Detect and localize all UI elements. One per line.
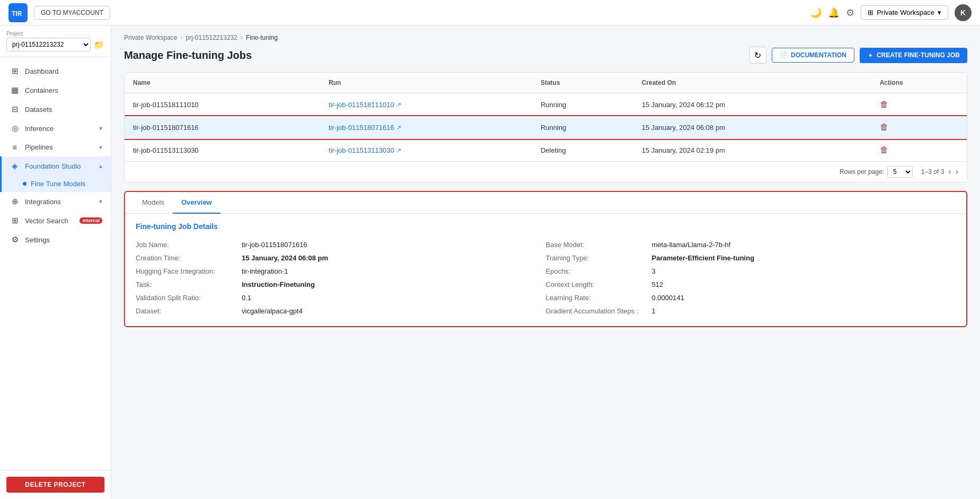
sidebar-item-datasets[interactable]: ⊟ Datasets — [0, 100, 111, 119]
detail-tabs: Models Overview — [125, 192, 966, 214]
sidebar-item-dashboard[interactable]: ⊞ Dashboard — [0, 62, 111, 81]
cell-run-2: tir-job-011513113030 ↗ — [320, 139, 532, 162]
sidebar-label-foundation-studio: Foundation Studio — [25, 162, 94, 170]
cell-name-1: tir-job-011518071616 — [125, 116, 320, 139]
detail-row-right-1: Training Type: Parameter-Efficient Fine-… — [546, 251, 956, 265]
detail-label-right-2: Epochs: — [546, 267, 652, 275]
detail-label-right-3: Context Length: — [546, 281, 652, 288]
detail-label-left-5: Dataset: — [136, 307, 242, 315]
sidebar-item-inference[interactable]: ◎ Inference ▾ — [0, 119, 111, 138]
detail-row-right-5: Gradient Accumulation Steps : 1 — [546, 304, 956, 318]
tab-overview[interactable]: Overview — [173, 192, 220, 214]
prev-page-button[interactable]: ‹ — [948, 167, 951, 177]
folder-icon[interactable]: 📁 — [94, 40, 104, 50]
tir-logo-icon: TIR — [8, 3, 28, 22]
delete-row-button-2[interactable]: 🗑 — [880, 145, 888, 154]
detail-value-right-0: meta-llama/Llama-2-7b-hf — [652, 241, 731, 249]
documentation-button[interactable]: 📄 DOCUMENTATION — [772, 48, 854, 63]
sidebar: Project prj-011512213232 📁 ⊞ Dashboard ▦… — [0, 25, 111, 499]
detail-label-left-1: Creation Time: — [136, 254, 242, 262]
cell-status-1: Running — [532, 116, 633, 139]
breadcrumb-current: Fine-tuning — [246, 34, 278, 41]
detail-label-right-4: Learning Rate: — [546, 294, 652, 302]
go-to-myaccount-button[interactable]: GO TO MYACCOUNT — [34, 6, 110, 20]
sidebar-label-datasets: Datasets — [25, 106, 102, 113]
integrations-icon: ⊕ — [10, 197, 20, 206]
col-actions: Actions — [871, 73, 967, 93]
create-fine-tuning-button[interactable]: ＋ CREATE FINE-TUNING JOB — [860, 48, 967, 63]
breadcrumb-sep-2: › — [241, 34, 243, 41]
detail-label-right-1: Training Type: — [546, 254, 652, 262]
detail-section-title: Fine-tuning Job Details — [136, 222, 956, 231]
detail-value-left-5: vicgalle/alpaca-gpt4 — [242, 307, 303, 315]
table-footer: Rows per page: 5 10 25 1–3 of 3 ‹ › — [125, 161, 967, 182]
cell-status-0: Running — [532, 93, 633, 116]
detail-label-right-0: Base Model: — [546, 241, 652, 249]
breadcrumb-workspace[interactable]: Private Workspace — [124, 34, 177, 41]
table-row[interactable]: tir-job-011518111010 tir-job-01151811101… — [125, 93, 967, 116]
table-row[interactable]: tir-job-011513113030 tir-job-01151311303… — [125, 139, 967, 162]
next-page-button[interactable]: › — [956, 167, 958, 177]
rows-per-page: Rows per page: 5 10 25 — [840, 166, 913, 178]
col-name: Name — [125, 73, 320, 93]
detail-row-left-5: Dataset: vicgalle/alpaca-gpt4 — [136, 304, 546, 318]
create-label: CREATE FINE-TUNING JOB — [877, 51, 960, 59]
sidebar-item-fine-tune-models[interactable]: Fine Tune Models — [0, 176, 111, 192]
detail-row-left-4: Validation Split Ratio: 0.1 — [136, 291, 546, 304]
detail-value-right-5: 1 — [652, 307, 656, 315]
dashboard-icon: ⊞ — [10, 66, 20, 76]
settings-icon[interactable]: ⚙ — [846, 7, 854, 19]
notification-icon[interactable]: 🔔 — [828, 7, 840, 19]
sidebar-item-settings[interactable]: ⚙ Settings — [0, 230, 111, 249]
jobs-table: Name Run Status Created On Actions tir-j… — [125, 73, 967, 161]
sidebar-label-inference: Inference — [25, 125, 94, 133]
page-title: Manage Fine-tuning Jobs — [124, 49, 252, 62]
sidebar-item-integrations[interactable]: ⊕ Integrations ▾ — [0, 192, 111, 211]
run-link-0[interactable]: tir-job-011518111010 ↗ — [329, 101, 524, 109]
sidebar-label-containers: Containers — [25, 86, 102, 94]
run-link-2[interactable]: tir-job-011513113030 ↗ — [329, 146, 524, 154]
project-select[interactable]: prj-011512213232 — [6, 38, 91, 51]
delete-row-button-0[interactable]: 🗑 — [880, 100, 888, 109]
cell-created-on-2: 15 January, 2024 02:19 pm — [633, 139, 871, 162]
moon-icon[interactable]: 🌙 — [810, 7, 822, 19]
delete-row-button-1[interactable]: 🗑 — [880, 122, 888, 132]
rows-per-page-label: Rows per page: — [840, 168, 884, 176]
detail-value-right-1: Parameter-Efficient Fine-tuning — [652, 254, 755, 262]
cell-created-on-1: 15 January, 2024 06:08 pm — [633, 116, 871, 139]
table-row[interactable]: tir-job-011518071616 tir-job-01151807161… — [125, 116, 967, 139]
rows-per-page-select[interactable]: 5 10 25 — [887, 166, 913, 178]
cell-actions-0: 🗑 — [871, 93, 967, 116]
workspace-button[interactable]: ⊞ Private Workspace ▾ — [861, 5, 948, 20]
detail-row-right-0: Base Model: meta-llama/Llama-2-7b-hf — [546, 238, 956, 251]
delete-project-button[interactable]: DELETE PROJECT — [6, 477, 104, 493]
detail-label-left-4: Validation Split Ratio: — [136, 294, 242, 302]
run-link-1[interactable]: tir-job-011518071616 ↗ — [329, 124, 524, 132]
detail-row-left-1: Creation Time: 15 January, 2024 06:08 pm — [136, 251, 546, 265]
sidebar-footer: DELETE PROJECT — [0, 470, 111, 499]
jobs-table-card: Name Run Status Created On Actions tir-j… — [124, 72, 967, 182]
sidebar-item-containers[interactable]: ▦ Containers — [0, 81, 111, 100]
sidebar-item-vector-search[interactable]: ⊞ Vector Search Internal — [0, 211, 111, 230]
tab-models[interactable]: Models — [134, 192, 173, 214]
breadcrumb-sep-1: › — [180, 34, 182, 41]
pagination-info: 1–3 of 3 — [921, 168, 944, 176]
detail-value-left-0: tir-job-011518071616 — [242, 241, 307, 249]
sidebar-nav: ⊞ Dashboard ▦ Containers ⊟ Datasets ◎ In… — [0, 57, 111, 470]
sidebar-label-dashboard: Dashboard — [25, 67, 102, 75]
detail-col-right: Base Model: meta-llama/Llama-2-7b-hf Tra… — [546, 238, 956, 318]
refresh-button[interactable]: ↻ — [749, 47, 766, 64]
sidebar-label-vector-search: Vector Search — [25, 217, 74, 225]
detail-value-right-2: 3 — [652, 267, 656, 275]
cell-actions-1: 🗑 — [871, 116, 967, 139]
detail-row-left-2: Hugging Face Integration: tir-integratio… — [136, 265, 546, 278]
sidebar-label-integrations: Integrations — [25, 198, 94, 206]
doc-label: DOCUMENTATION — [791, 51, 846, 59]
table-header-row: Name Run Status Created On Actions — [125, 73, 967, 93]
user-avatar[interactable]: K — [955, 4, 972, 21]
breadcrumb-project[interactable]: prj-011512213232 — [186, 34, 237, 41]
detail-value-left-4: 0.1 — [242, 294, 251, 302]
sidebar-item-pipelines[interactable]: ≡ Pipelines ▾ — [0, 138, 111, 156]
integrations-chevron-icon: ▾ — [99, 198, 102, 205]
sidebar-item-foundation-studio[interactable]: ◈ Foundation Studio ▴ — [0, 156, 111, 176]
